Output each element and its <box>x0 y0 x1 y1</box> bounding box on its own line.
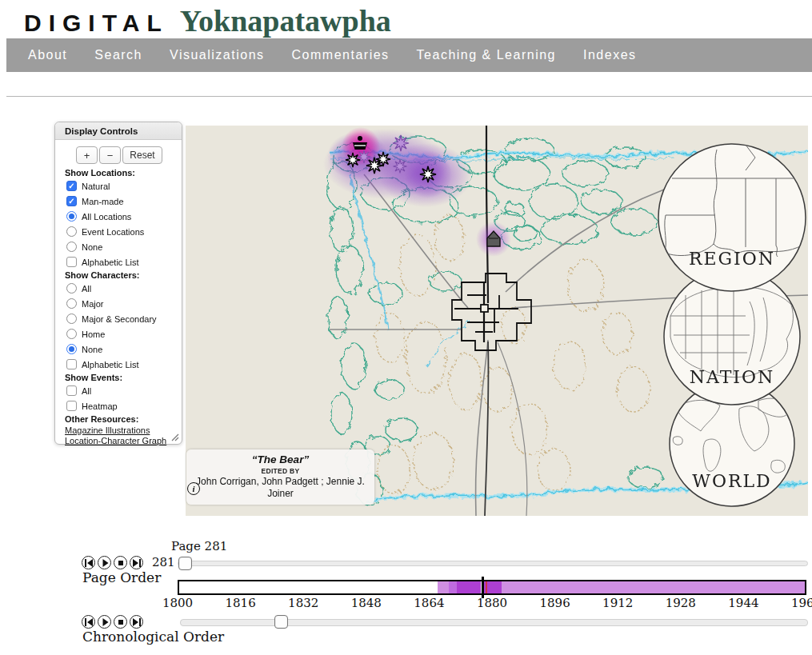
chronological-order-label: Chronological Order <box>82 629 224 645</box>
event-locations-label: Event Locations <box>82 227 144 237</box>
chrono-skip-end-button[interactable] <box>130 615 143 629</box>
page-skip-end-button[interactable] <box>130 556 143 569</box>
panel-title[interactable]: Display Controls <box>55 122 182 140</box>
text-caption-box: “The Bear” EDITED BY John Corrigan, John… <box>186 449 374 505</box>
inset-region[interactable]: REGION <box>658 144 806 291</box>
magazine-illustrations-link[interactable]: Magazine Illustrations <box>65 425 150 435</box>
display-controls-panel: Display Controls + − Reset Show Location… <box>54 122 182 445</box>
page-stop-button[interactable] <box>114 556 127 569</box>
characters-none-label: None <box>82 345 102 354</box>
events-heatmap-label: Heatmap <box>82 401 118 411</box>
events-all-checkbox[interactable] <box>66 385 77 396</box>
page-order-media-controls <box>82 556 143 569</box>
edited-by-label: EDITED BY <box>193 467 368 475</box>
timeline-segment <box>502 581 805 593</box>
chronological-order-slider[interactable] <box>180 619 808 626</box>
event-locations-radio[interactable] <box>66 226 77 237</box>
site-logo[interactable]: DIGITAL Yoknapatawpha <box>24 3 391 38</box>
text-title: “The Bear” <box>193 453 368 465</box>
natural-label: Natural <box>82 182 110 191</box>
timeline-tick-label: 1864 <box>414 596 444 610</box>
info-icon[interactable]: i <box>187 482 200 495</box>
timeline-tick-label: 1912 <box>602 596 633 610</box>
cabin-icon[interactable] <box>476 222 511 257</box>
chrono-media-controls <box>82 615 143 629</box>
events-heatmap-checkbox[interactable] <box>66 401 77 411</box>
characters-major-label: Major <box>82 299 104 309</box>
other-resources-heading: Other Resources: <box>55 413 182 425</box>
inset-world-label: WORLD <box>692 471 771 491</box>
characters-none-radio[interactable] <box>66 344 77 354</box>
page-play-button[interactable] <box>98 556 111 569</box>
characters-home-label: Home <box>82 329 105 339</box>
page-indicator: Page 281 <box>171 539 227 553</box>
logo-yoknapatawpha-text: Yoknapatawpha <box>180 3 391 38</box>
nav-search[interactable]: Search <box>94 48 142 62</box>
show-events-heading: Show Events: <box>55 372 182 383</box>
chrono-stop-button[interactable] <box>114 615 127 629</box>
timeline-bar[interactable] <box>178 580 806 595</box>
timeline-current-date-marker <box>486 581 488 593</box>
main-nav: About Search Visualizations Commentaries… <box>6 38 812 72</box>
page-skip-start-button[interactable] <box>82 556 95 569</box>
inset-nation-label: NATION <box>690 367 775 387</box>
locations-alphabetic-checkbox[interactable] <box>66 257 77 267</box>
timeline-ticks: 1800181618321848186418801896191219281944… <box>178 596 806 610</box>
characters-alphabetic-checkbox[interactable] <box>66 359 77 369</box>
all-locations-label: All Locations <box>82 212 131 222</box>
characters-alphabetic-label: Alphabetic List <box>82 360 139 369</box>
locations-none-radio[interactable] <box>66 242 77 252</box>
events-all-label: All <box>82 386 91 396</box>
show-locations-heading: Show Locations: <box>55 167 182 178</box>
all-locations-radio[interactable] <box>66 211 77 222</box>
locations-alphabetic-label: Alphabetic List <box>82 258 139 267</box>
characters-all-label: All <box>82 284 91 294</box>
page-number-value: 281 <box>152 555 175 569</box>
timeline-tick-label: 1928 <box>666 596 696 610</box>
chrono-play-button[interactable] <box>98 615 111 629</box>
chrono-slider-handle[interactable] <box>274 615 288 629</box>
resize-handle-icon[interactable] <box>170 433 179 441</box>
man-made-label: Man-made <box>82 197 124 206</box>
timeline-tick-label: 1960 <box>791 596 812 610</box>
timeline-tick-label: 1880 <box>477 596 507 610</box>
nav-teaching-learning[interactable]: Teaching & Learning <box>417 48 556 62</box>
chrono-skip-start-button[interactable] <box>82 615 95 629</box>
timeline-tick-label: 1848 <box>351 596 382 610</box>
location-character-graph-link[interactable]: Location-Character Graph <box>65 436 166 445</box>
page-order-slider[interactable] <box>178 561 808 566</box>
timeline-segment <box>438 581 450 593</box>
man-made-checkbox[interactable]: ✓ <box>66 196 77 206</box>
nav-indexes[interactable]: Indexes <box>583 48 637 62</box>
reset-button[interactable]: Reset <box>122 146 162 164</box>
timeline-tick-label: 1800 <box>162 596 193 610</box>
timeline-tick-label: 1832 <box>288 596 318 610</box>
nav-about[interactable]: About <box>28 48 67 62</box>
logo-digital-text: DIGITAL <box>24 10 169 37</box>
nav-commentaries[interactable]: Commentaries <box>292 48 390 62</box>
timeline-tick-label: 1896 <box>540 596 570 610</box>
timeline-tick-label: 1816 <box>226 596 256 610</box>
timeline-tick-label: 1944 <box>728 596 758 610</box>
characters-all-radio[interactable] <box>66 283 77 294</box>
header-divider <box>6 96 812 97</box>
locations-none-label: None <box>82 242 102 252</box>
page-slider-handle[interactable] <box>178 557 192 570</box>
inset-region-label: REGION <box>689 249 775 269</box>
timeline-segment <box>449 581 457 593</box>
natural-checkbox[interactable]: ✓ <box>66 181 77 191</box>
nav-visualizations[interactable]: Visualizations <box>170 48 265 62</box>
show-characters-heading: Show Characters: <box>55 270 182 281</box>
page-order-label: Page Order <box>82 569 161 585</box>
zoom-in-button[interactable]: + <box>76 146 98 164</box>
timeline-segment <box>457 581 481 593</box>
editors-names: John Corrigan, John Padgett ; Jennie J. … <box>193 476 368 500</box>
characters-home-radio[interactable] <box>66 329 77 339</box>
characters-major-secondary-radio[interactable] <box>66 314 77 324</box>
characters-major-secondary-label: Major & Secondary <box>82 314 157 324</box>
characters-major-radio[interactable] <box>66 298 77 309</box>
zoom-out-button[interactable]: − <box>99 146 121 164</box>
timeline-position-marker[interactable] <box>482 577 484 598</box>
